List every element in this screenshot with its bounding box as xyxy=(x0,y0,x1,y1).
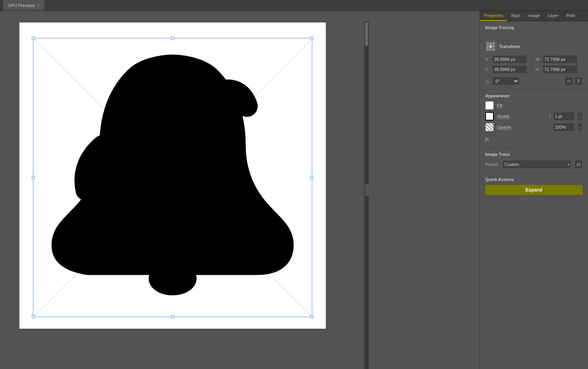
tab-properties[interactable]: Properties xyxy=(480,11,507,21)
x-input[interactable] xyxy=(492,55,527,64)
image-trace-section: Image Trace Preset: Custom Default High … xyxy=(480,148,588,173)
top-bar: GPU Preview) × xyxy=(0,0,588,11)
scrollbar-thumb[interactable] xyxy=(365,22,368,46)
h-label: H: xyxy=(536,67,541,72)
manage-presets-icon: ⊟ xyxy=(577,162,580,167)
w-input[interactable] xyxy=(543,55,578,64)
transform-y-row: Y: xyxy=(485,65,533,74)
stroke-value-input[interactable] xyxy=(553,112,574,121)
tab-image[interactable]: Image xyxy=(524,11,544,21)
transform-h-row: H: xyxy=(536,65,583,74)
stroke-label[interactable]: Stroke xyxy=(497,114,546,119)
image-tracing-section: Image Tracing xyxy=(480,21,588,37)
appearance-title: Appearance xyxy=(485,93,583,98)
fx-button[interactable]: fx. xyxy=(485,134,490,144)
angle-select[interactable]: 0° 45° 90° 180° xyxy=(492,77,519,85)
angle-row: △: 0° 45° 90° 180° ⇔ ⇕ xyxy=(485,77,583,85)
tab-path[interactable]: Path xyxy=(562,11,579,21)
opacity-expand-button[interactable]: › xyxy=(578,123,583,131)
y-input[interactable] xyxy=(492,65,527,74)
bell-icon-container xyxy=(19,22,326,329)
fill-row: Fill xyxy=(485,101,583,110)
angle-label: △: xyxy=(485,78,491,84)
main-layout: › Properties Align Image Layer Path Imag… xyxy=(0,11,588,369)
preset-row: Preset: Custom Default High Fidelity Pho… xyxy=(485,160,583,169)
opacity-swatch[interactable] xyxy=(485,123,494,131)
stroke-color-swatch[interactable] xyxy=(485,112,494,121)
canvas-area[interactable]: › xyxy=(0,11,479,369)
transform-w-row: W: xyxy=(536,55,583,64)
tab-layer[interactable]: Layer xyxy=(544,11,562,21)
svg-point-2 xyxy=(149,262,197,296)
image-trace-title: Image Trace xyxy=(485,152,583,157)
tab-close-button[interactable]: × xyxy=(37,3,40,7)
flip-vertical-button[interactable]: ⇕ xyxy=(574,77,583,85)
fill-label[interactable]: Fill xyxy=(497,103,583,108)
preset-label: Preset: xyxy=(485,162,499,167)
image-tracing-title: Image Tracing xyxy=(485,25,583,30)
w-label: W: xyxy=(536,57,541,62)
stroke-stepper[interactable]: ▲ ▼ xyxy=(549,114,552,119)
right-panel: Properties Align Image Layer Path Image … xyxy=(479,11,588,369)
transform-grid: X: W: Y: H: xyxy=(485,55,583,74)
stroke-value-group: ▲ ▼ xyxy=(549,112,574,121)
transform-section: Transform X: W: Y: xyxy=(480,37,588,90)
quick-actions-title: Quick Actions xyxy=(485,177,583,182)
x-label: X: xyxy=(485,57,491,62)
fill-color-swatch[interactable] xyxy=(485,101,494,110)
opacity-label[interactable]: Opacity xyxy=(497,125,550,129)
fx-section: fx. xyxy=(485,134,583,144)
reference-point-grid[interactable] xyxy=(485,41,496,52)
collapse-icon: › xyxy=(367,188,368,192)
opacity-value-input[interactable] xyxy=(553,123,574,131)
y-label: Y: xyxy=(485,67,491,72)
bell-icon xyxy=(41,44,304,307)
tab-label: GPU Preview) xyxy=(8,3,35,8)
transform-title: Transform xyxy=(499,44,520,49)
panel-collapse-button[interactable]: › xyxy=(365,184,371,196)
transform-x-row: X: xyxy=(485,55,533,64)
quick-actions-section: Quick Actions Expand xyxy=(480,173,588,199)
stroke-expand-button[interactable]: › xyxy=(578,112,583,121)
canvas[interactable] xyxy=(19,22,326,329)
manage-presets-button[interactable]: ⊟ xyxy=(574,160,583,169)
window-tab[interactable]: GPU Preview) × xyxy=(3,0,44,10)
flip-horizontal-button[interactable]: ⇔ xyxy=(565,77,573,85)
preset-select[interactable]: Custom Default High Fidelity Photo Low F… xyxy=(502,160,571,169)
h-input[interactable] xyxy=(543,65,578,74)
stroke-row: Stroke ▲ ▼ › xyxy=(485,112,583,121)
panel-tabs: Properties Align Image Layer Path xyxy=(480,11,588,21)
opacity-row: Opacity › xyxy=(485,123,583,131)
appearance-section: Appearance Fill Stroke ▲ ▼ › xyxy=(480,90,588,148)
transform-header: Transform xyxy=(485,41,583,52)
expand-button[interactable]: Expand xyxy=(485,185,583,195)
preset-select-wrapper: Custom Default High Fidelity Photo Low F… xyxy=(502,160,571,169)
tab-align[interactable]: Align xyxy=(507,11,524,21)
